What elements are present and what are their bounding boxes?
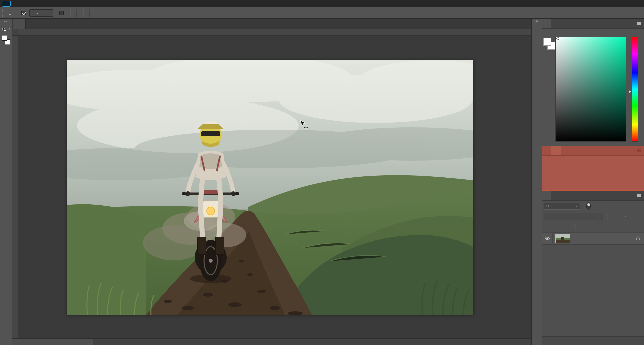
lock-row: [542, 222, 644, 231]
toolbar-expand-icon[interactable]: ▸▸: [0, 19, 12, 23]
color-field-marker[interactable]: [556, 37, 559, 40]
status-bar: [12, 338, 531, 345]
colors-panel-menu-icon[interactable]: [637, 22, 641, 25]
options-grip[interactable]: [1, 9, 3, 17]
layer-filter-toggle[interactable]: [586, 202, 591, 210]
layers-bottom-bar: [542, 336, 644, 345]
fill-chevron-icon[interactable]: [570, 223, 576, 230]
foreground-swatch[interactable]: [2, 35, 7, 41]
canvas-image[interactable]: [67, 60, 473, 315]
motocross-photo: [67, 60, 473, 315]
transform-controls-checkbox[interactable]: [59, 11, 64, 15]
swap-colors-icon: ⇄: [7, 27, 10, 31]
hue-slider-marker[interactable]: [629, 90, 631, 93]
layers-panel-menu-icon[interactable]: [637, 194, 641, 197]
auto-select-checkbox[interactable]: [21, 11, 26, 15]
colors-panel: [542, 19, 644, 146]
layer-visibility-toggle[interactable]: [542, 232, 553, 245]
menu-bar: [0, 0, 644, 7]
document-tab[interactable]: [13, 18, 26, 29]
tool-options-bar: [0, 7, 644, 19]
layers-panel: [542, 190, 644, 345]
fill-value[interactable]: [555, 223, 570, 230]
dock-collapse-icon[interactable]: ◂◂: [532, 19, 542, 24]
canvas-area[interactable]: [18, 36, 531, 338]
colors-panel-tabs: [542, 19, 644, 29]
ruler-corner[interactable]: [12, 29, 18, 36]
layer-lock-icon: [635, 236, 641, 241]
tab-vzornik[interactable]: [551, 19, 561, 28]
tab-cesty[interactable]: [561, 191, 570, 200]
auto-select-dropdown[interactable]: [29, 9, 53, 17]
layer-filter-row: [542, 201, 644, 211]
layers-panel-tabs: [542, 191, 644, 201]
tab-kanaly[interactable]: [551, 191, 561, 200]
adjustments-panel-menu-icon[interactable]: [637, 149, 641, 152]
tools-panel: ▸▸ ⇄: [0, 19, 12, 345]
tab-prizpusobeni[interactable]: [551, 146, 561, 155]
panel-dock-strip: ◂◂: [531, 19, 542, 345]
document-tab-bar: [12, 19, 531, 29]
default-swap-colors[interactable]: ⇄: [2, 28, 10, 32]
zoom-level-field[interactable]: [12, 339, 33, 345]
panel-color-swatches[interactable]: [544, 38, 556, 51]
right-panel-column: [542, 19, 644, 345]
layer-row-pozadi[interactable]: [542, 232, 644, 245]
tab-vlastnosti[interactable]: [542, 146, 551, 155]
saturation-brightness-field[interactable]: [555, 37, 626, 142]
photoshop-logo: [2, 1, 11, 7]
panel-foreground-swatch[interactable]: [544, 38, 551, 45]
photoshop-window: ▸▸ ⇄: [0, 0, 644, 345]
horizontal-ruler[interactable]: [18, 29, 531, 36]
foreground-background-swatches[interactable]: [2, 35, 10, 45]
vertical-ruler[interactable]: [12, 36, 18, 338]
document-size-field[interactable]: [33, 339, 93, 345]
adjustments-panel-tabs: [542, 146, 644, 156]
tab-barvy[interactable]: [542, 19, 551, 28]
opacity-chevron-icon[interactable]: [623, 213, 628, 220]
adjustments-panel-highlighted: [542, 146, 644, 190]
blend-mode-dropdown[interactable]: [544, 213, 603, 220]
move-cursor: [299, 120, 309, 130]
hue-slider[interactable]: [632, 37, 638, 142]
layer-filter-type-dropdown[interactable]: [544, 203, 580, 210]
tab-vrstvy[interactable]: [542, 191, 551, 200]
eye-icon: [545, 236, 550, 241]
opacity-value[interactable]: [607, 213, 623, 220]
blend-mode-row: [542, 212, 644, 221]
layer-thumbnail[interactable]: [555, 234, 570, 243]
tool-preset-chevron-icon[interactable]: [8, 11, 12, 15]
tab-styly[interactable]: [561, 146, 570, 155]
